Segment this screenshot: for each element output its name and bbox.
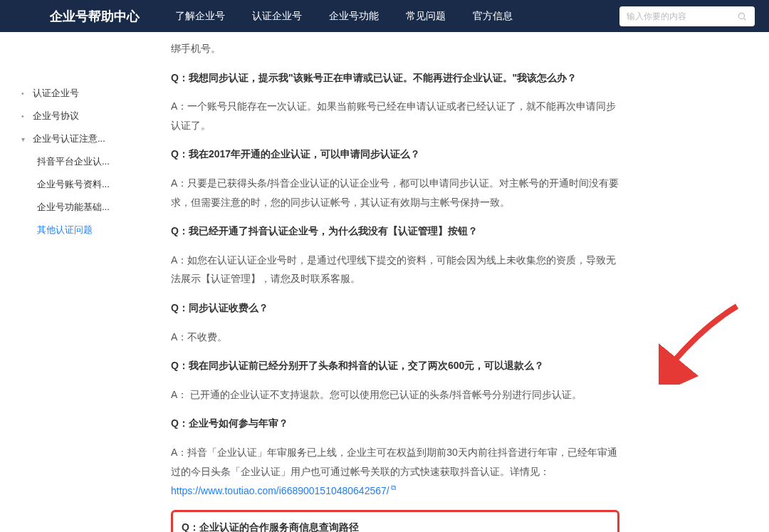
faq-question: Q：企业认证的合作服务商信息查询路径: [182, 518, 609, 532]
main-content: 绑手机号。 Q：我想同步认证，提示我"该账号正在申请或已认证。不能再进行企业认证…: [150, 32, 669, 532]
sidebar-item[interactable]: 企业号功能基础...: [21, 196, 142, 219]
search-input[interactable]: [627, 11, 736, 21]
sidebar-item[interactable]: 企业号账号资料...: [21, 173, 142, 196]
logo: 企业号帮助中心: [50, 8, 140, 25]
faq-question: Q：我在2017年开通的企业认证，可以申请同步认证么？: [171, 145, 619, 164]
sidebar: 认证企业号企业号协议企业号认证注意...抖音平台企业认...企业号账号资料...…: [0, 32, 150, 532]
faq-answer: A： 已开通的企业认证不支持退款。您可以使用您已认证的头条/抖音帐号分别进行同步…: [171, 385, 619, 405]
nav-about[interactable]: 了解企业号: [175, 10, 225, 23]
sidebar-item[interactable]: 抖音平台企业认...: [21, 150, 142, 173]
faq-question: Q：同步认证收费么？: [171, 298, 619, 318]
external-icon: ⧉: [391, 484, 396, 491]
nav-official[interactable]: 官方信息: [473, 10, 513, 23]
external-link[interactable]: https://www.toutiao.com/i668900151048064…: [171, 485, 389, 496]
top-nav: 了解企业号 认证企业号 企业号功能 常见问题 官方信息: [175, 10, 619, 23]
faq-question: Q：我已经开通了抖音认证企业号，为什么我没有【认证管理】按钮？: [171, 221, 619, 241]
nav-features[interactable]: 企业号功能: [329, 10, 379, 23]
faq-answer: A：抖音「企业认证」年审服务已上线，企业主可在权益到期前30天内前往抖音进行年审…: [171, 443, 619, 500]
sidebar-item[interactable]: 企业号协议: [21, 105, 142, 127]
faq-question: Q：我想同步认证，提示我"该账号正在申请或已认证。不能再进行企业认证。"我该怎么…: [171, 68, 619, 88]
faq-question: Q：我在同步认证前已经分别开了头条和抖音的认证，交了两次600元，可以退款么？: [171, 356, 619, 375]
faq-answer: A：不收费。: [171, 328, 619, 347]
sidebar-item[interactable]: 其他认证问题: [21, 219, 142, 241]
answer-text: 绑手机号。: [171, 39, 619, 58]
faq-answer: A：只要是已获得头条/抖音企业认证的认证企业号，都可以申请同步认证。对主帐号的开…: [171, 174, 619, 212]
header: 企业号帮助中心 了解企业号 认证企业号 企业号功能 常见问题 官方信息: [0, 0, 769, 32]
svg-line-1: [744, 18, 746, 20]
sidebar-item[interactable]: 企业号认证注意...: [21, 127, 142, 150]
nav-verify[interactable]: 认证企业号: [252, 10, 302, 23]
answer-text: A：抖音「企业认证」年审服务已上线，企业主可在权益到期前30天内前往抖音进行年审…: [171, 447, 617, 477]
highlighted-section: Q：企业认证的合作服务商信息查询路径 合作公司查询： https://agent…: [171, 510, 619, 532]
faq-answer: A：一个账号只能存在一次认证。如果当前账号已经在申请认证或者已经认证了，就不能再…: [171, 97, 619, 135]
sidebar-item[interactable]: 认证企业号: [21, 82, 142, 105]
faq-question: Q：企业号如何参与年审？: [171, 414, 619, 433]
svg-point-0: [738, 13, 744, 19]
nav-faq[interactable]: 常见问题: [406, 10, 446, 23]
search-icon[interactable]: [736, 11, 748, 22]
faq-answer: A：如您在认证认证企业号时，是通过代理线下提交的资料，可能会因为线上未收集您的资…: [171, 251, 619, 288]
search-box[interactable]: [619, 6, 755, 26]
